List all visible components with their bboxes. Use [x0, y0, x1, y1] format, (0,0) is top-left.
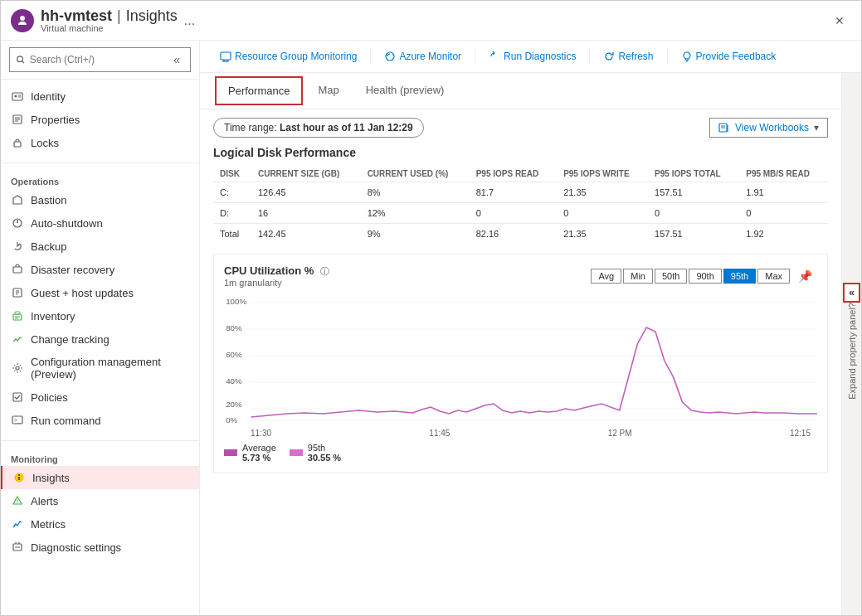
provide-feedback-button[interactable]: Provide Feedback	[675, 47, 783, 65]
sidebar-divider-1	[1, 162, 199, 163]
right-expand-panel[interactable]: « Expand property panel?	[841, 73, 861, 615]
search-input[interactable]	[30, 54, 165, 65]
sidebar: « Identity Properties	[1, 41, 200, 615]
chart-label-0: 11:30	[251, 429, 271, 438]
sidebar-item-disaster-recovery[interactable]: Disaster recovery	[1, 258, 199, 281]
table-row: C:126.458%81.721.35157.511.91	[213, 182, 828, 203]
expand-panel-label: Expand property panel?	[847, 303, 857, 400]
sidebar-item-auto-shutdown-label: Auto-shutdown	[31, 217, 103, 230]
operations-section-title: Operations	[1, 172, 199, 188]
title-bar: hh-vmtest | Insights Virtual machine ...…	[1, 1, 861, 41]
sidebar-item-properties-label: Properties	[31, 114, 80, 126]
sidebar-item-backup[interactable]: Backup	[1, 235, 199, 258]
sidebar-item-properties[interactable]: Properties	[1, 108, 199, 131]
updates-icon	[11, 286, 24, 299]
cpu-btn-50th[interactable]: 50th	[655, 269, 687, 284]
svg-text:>_: >_	[14, 417, 21, 424]
tab-map[interactable]: Map	[304, 75, 352, 106]
info-icon: ⓘ	[320, 266, 329, 276]
close-button[interactable]: ✕	[828, 11, 851, 31]
sidebar-item-policies[interactable]: Policies	[1, 386, 199, 409]
cpu-buttons: AvgMin50th90th95thMax	[591, 269, 790, 284]
cpu-btn-90th[interactable]: 90th	[689, 269, 721, 284]
sidebar-item-identity-label: Identity	[31, 90, 66, 103]
sidebar-item-identity[interactable]: Identity	[1, 85, 199, 108]
table-row: D:1612%0000	[213, 203, 828, 224]
svg-text:60%: 60%	[226, 351, 242, 359]
sidebar-item-insights-label: Insights	[32, 472, 70, 484]
resource-group-button[interactable]: Resource Group Monitoring	[213, 47, 363, 65]
svg-line-2	[22, 61, 24, 63]
sidebar-item-alerts[interactable]: Alerts	[1, 489, 199, 512]
svg-point-42	[684, 52, 690, 59]
sidebar-divider-2	[1, 440, 199, 441]
legend-item: Average5.73 %	[224, 443, 276, 463]
azure-monitor-button[interactable]: Azure Monitor	[377, 47, 468, 65]
more-options-button[interactable]: ...	[184, 13, 195, 28]
refresh-button[interactable]: Refresh	[597, 47, 660, 65]
cpu-btn-95th[interactable]: 95th	[723, 269, 756, 284]
time-range-pill[interactable]: Time range: Last hour as of 11 Jan 12:29	[213, 118, 424, 138]
sidebar-item-auto-shutdown[interactable]: Auto-shutdown	[1, 211, 199, 235]
sidebar-item-locks-label: Locks	[31, 137, 59, 149]
provide-feedback-label: Provide Feedback	[696, 51, 777, 62]
cpu-btn-min[interactable]: Min	[623, 269, 653, 284]
sidebar-item-disaster-label: Disaster recovery	[31, 264, 114, 276]
panel-main: Performance Map Health (preview) Time ra…	[200, 73, 841, 615]
sidebar-item-run-command[interactable]: >_ Run command	[1, 409, 199, 432]
sidebar-item-inventory-label: Inventory	[31, 310, 75, 323]
sidebar-monitoring-section: Monitoring Insights Alerts	[1, 444, 199, 564]
content-area: Resource Group Monitoring Azure Monitor …	[200, 41, 861, 615]
cpu-title: CPU Utilization %	[224, 264, 314, 277]
run-diagnostics-label: Run Diagnostics	[504, 51, 576, 62]
sidebar-item-insights[interactable]: Insights	[1, 466, 199, 489]
run-diagnostics-button[interactable]: Run Diagnostics	[482, 47, 582, 65]
cpu-btn-max[interactable]: Max	[757, 269, 790, 284]
monitoring-section-title: Monitoring	[1, 449, 199, 466]
disaster-icon	[11, 263, 24, 276]
disk-section: Logical Disk Performance DISK CURRENT SI…	[200, 146, 841, 254]
sidebar-item-config-mgmt[interactable]: Configuration management (Preview)	[1, 351, 199, 386]
cpu-btn-avg[interactable]: Avg	[591, 269, 621, 284]
vm-name: hh-vmtest	[41, 7, 112, 25]
svg-text:20%: 20%	[226, 400, 242, 409]
tracking-icon	[11, 332, 24, 346]
col-iops-read: P95 IOPs READ	[470, 166, 557, 182]
svg-text:100%: 100%	[226, 298, 246, 306]
sidebar-item-change-tracking[interactable]: Change tracking	[1, 327, 199, 351]
resource-group-label: Resource Group Monitoring	[235, 51, 357, 62]
diag-run-icon	[489, 51, 500, 62]
sidebar-item-inventory[interactable]: Inventory	[1, 304, 199, 327]
sidebar-item-locks[interactable]: Locks	[1, 131, 199, 154]
col-used: CURRENT USED (%)	[361, 166, 470, 182]
tab-bar: Performance Map Health (preview)	[200, 73, 841, 109]
backup-icon	[11, 240, 24, 253]
vm-icon	[11, 9, 34, 32]
sidebar-operations-section: Operations Bastion Auto-shutdown	[1, 167, 199, 437]
sidebar-item-metrics[interactable]: Metrics	[1, 512, 199, 536]
tab-performance[interactable]: Performance	[215, 76, 303, 105]
feedback-icon	[681, 51, 693, 62]
tab-health[interactable]: Health (preview)	[353, 75, 458, 106]
sidebar-item-bastion[interactable]: Bastion	[1, 188, 199, 211]
chart-label-1: 11:45	[429, 429, 450, 438]
sidebar-item-alerts-label: Alerts	[31, 495, 58, 507]
sidebar-item-diagnostic[interactable]: Diagnostic settings	[1, 536, 199, 559]
cpu-controls: AvgMin50th90th95thMax 📌	[591, 268, 817, 284]
run-icon: >_	[11, 414, 24, 427]
search-wrap[interactable]: «	[9, 47, 191, 72]
sidebar-collapse-button[interactable]: «	[170, 51, 183, 68]
svg-rect-11	[14, 142, 21, 147]
expand-panel-button[interactable]: «	[843, 283, 860, 303]
chart-label-2: 12 PM	[608, 429, 632, 438]
pin-button[interactable]: 📌	[793, 268, 817, 284]
col-iops-total: P95 IOPs TOTAL	[648, 166, 739, 182]
view-workbooks-button[interactable]: View Workbooks ▾	[709, 118, 828, 138]
sidebar-item-guest-host[interactable]: Guest + host updates	[1, 281, 199, 304]
toolbar-sep-2	[475, 48, 475, 65]
policies-icon	[11, 390, 24, 404]
svg-point-1	[17, 56, 23, 62]
svg-point-32	[17, 502, 18, 503]
search-box: «	[1, 41, 199, 80]
toolbar-sep-4	[667, 48, 668, 65]
